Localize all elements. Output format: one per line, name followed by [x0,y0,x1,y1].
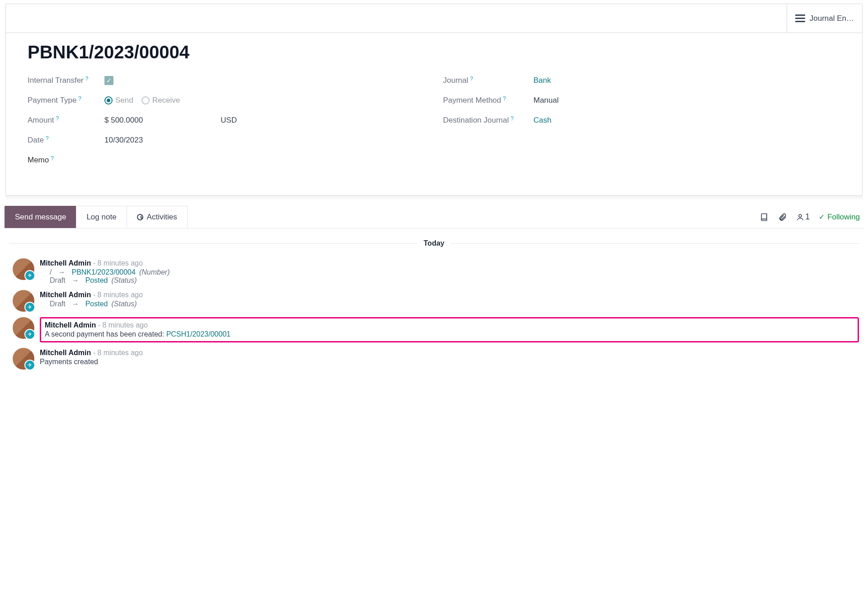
today-separator: Today [9,239,859,247]
message-body: Mitchell Admin - 8 minutes agoPayments c… [40,348,859,366]
log-note-label: Log note [86,213,116,222]
radio-send[interactable]: Send [104,96,133,105]
avatar[interactable] [13,317,34,339]
avatar[interactable] [13,290,34,312]
message-body: Mitchell Admin - 8 minutes agoDraft→Post… [40,290,859,308]
record-card: Journal En… PBNK1/2023/00004 Internal Tr… [5,4,863,196]
message-text: A second payment has been created: [45,330,166,338]
payment-type-label: Payment Type [28,96,76,105]
message-body: Mitchell Admin - 8 minutes agoA second p… [40,317,859,342]
amount-value: $ 500.0000 [104,116,143,125]
chatter: Send message Log note Activities 1 ✓ Fol… [5,206,863,382]
amount-currency: USD [221,116,237,125]
chatter-message: Mitchell Admin - 8 minutes agoPayments c… [9,346,859,373]
message-link[interactable]: PCSH1/2023/00001 [166,330,231,338]
payment-method-value: Manual [533,96,559,105]
chatter-message: Mitchell Admin - 8 minutes agoA second p… [9,315,859,346]
radio-receive-label: Receive [152,96,180,105]
avatar[interactable] [13,258,34,280]
message-time: - 8 minutes ago [91,349,143,356]
field-payment-type: Payment Type ? Send Receive [28,90,425,110]
payment-type-radio-group: Send Receive [104,96,180,105]
following-button[interactable]: ✓ Following [819,213,860,222]
payment-method-label: Payment Method [443,96,501,105]
help-icon[interactable]: ? [85,76,89,82]
chatter-message: Mitchell Admin - 8 minutes agoDraft→Post… [9,288,859,315]
change-field: (Status) [111,300,137,308]
message-author[interactable]: Mitchell Admin [40,349,91,356]
chatter-right-actions: 1 ✓ Following [760,206,863,228]
card-body: PBNK1/2023/00004 Internal Transfer ? ✓ P… [6,33,862,195]
hamburger-icon [795,14,805,22]
tab-activities[interactable]: Activities [127,206,188,228]
clock-icon [137,214,143,220]
arrow-icon: → [58,268,65,276]
field-amount: Amount ? $ 500.0000 USD [28,110,425,130]
change-from: Draft [50,276,66,285]
svg-point-0 [799,214,802,217]
memo-label: Memo [28,156,49,165]
chatter-body: Today Mitchell Admin - 8 minutes ago/→PB… [5,228,863,382]
message-time: - 8 minutes ago [96,321,148,329]
message-author[interactable]: Mitchell Admin [45,321,96,329]
tab-log-note[interactable]: Log note [76,206,127,228]
change-to-link[interactable]: Posted [85,300,108,308]
field-payment-method: Payment Method ? Manual [443,90,840,110]
journal-entries-label: Journal En… [810,14,854,23]
message-author[interactable]: Mitchell Admin [40,259,91,267]
radio-off-icon [142,96,150,104]
arrow-icon: → [72,276,79,285]
followers-count: 1 [805,212,810,222]
tab-send-message[interactable]: Send message [5,206,76,228]
page-title: PBNK1/2023/00004 [28,42,840,62]
card-header: Journal En… [6,4,862,33]
message-text: Payments created [40,358,98,366]
followers-button[interactable]: 1 [796,212,810,222]
message-author[interactable]: Mitchell Admin [40,291,91,299]
date-value: 10/30/2023 [104,136,143,145]
change-from: Draft [50,300,66,308]
field-internal-transfer: Internal Transfer ? ✓ [28,71,425,90]
help-icon[interactable]: ? [78,95,81,102]
avatar[interactable] [13,348,34,370]
help-icon[interactable]: ? [470,76,473,82]
journal-entries-button[interactable]: Journal En… [787,4,862,33]
amount-label: Amount [28,116,54,125]
change-to-link[interactable]: PBNK1/2023/00004 [71,268,135,276]
check-icon: ✓ [819,213,825,221]
following-label: Following [827,213,860,222]
destination-journal-value[interactable]: Cash [533,116,552,125]
change-field: (Number) [139,268,170,276]
help-icon[interactable]: ? [46,135,49,142]
arrow-icon: → [72,300,79,308]
attachment-icon[interactable] [778,213,787,222]
message-time: - 8 minutes ago [91,291,143,299]
field-date: Date ? 10/30/2023 [28,130,425,150]
message-body: Mitchell Admin - 8 minutes ago/→PBNK1/20… [40,258,859,285]
field-memo: Memo ? [28,150,425,170]
field-journal: Journal ? Bank [443,71,840,90]
field-destination-journal: Destination Journal ? Cash [443,110,840,130]
change-field: (Status) [111,276,137,285]
send-message-label: Send message [15,213,66,222]
chatter-tabs: Send message Log note Activities 1 ✓ Fol… [5,206,863,228]
form-col-right: Journal ? Bank Payment Method ? Manual [443,71,840,170]
form-columns: Internal Transfer ? ✓ Payment Type ? [28,71,840,170]
help-icon[interactable]: ? [56,115,59,122]
chatter-message: Mitchell Admin - 8 minutes ago/→PBNK1/20… [9,256,859,288]
message-time: - 8 minutes ago [91,259,143,267]
help-icon[interactable]: ? [511,115,514,122]
radio-receive[interactable]: Receive [142,96,180,105]
radio-send-label: Send [115,96,133,105]
change-from: / [50,268,52,276]
internal-transfer-checkbox[interactable]: ✓ [104,76,113,85]
journal-label: Journal [443,76,468,85]
journal-value[interactable]: Bank [533,76,551,85]
change-to-link[interactable]: Posted [85,276,108,285]
destination-journal-label: Destination Journal [443,116,509,125]
book-icon[interactable] [760,213,769,222]
help-icon[interactable]: ? [51,155,54,162]
internal-transfer-label: Internal Transfer [28,76,84,85]
help-icon[interactable]: ? [503,95,506,102]
radio-on-icon [104,96,113,104]
